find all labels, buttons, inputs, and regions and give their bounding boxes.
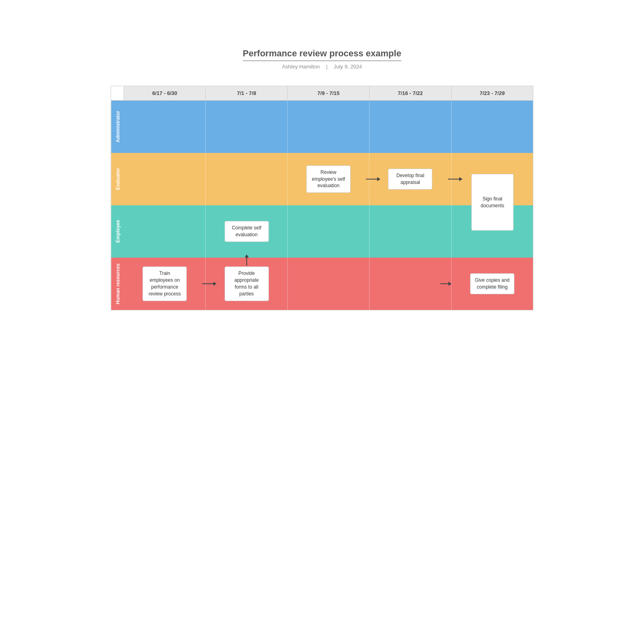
lane-label-evaluator: Evaluator xyxy=(111,153,124,205)
lane-label-employee: Employee xyxy=(111,205,124,258)
task-provide-forms: Provide appropriate forms to all parties xyxy=(225,266,269,301)
lane-cell-emp-1: Complete self evaluation xyxy=(206,205,287,258)
lane-label-hr: Human resources xyxy=(111,258,124,310)
lane-row-administrator: Administrator xyxy=(111,101,533,153)
col-header-0: 6/17 - 6/30 xyxy=(124,86,206,101)
lane-cell-hr-3 xyxy=(369,258,451,310)
swimlane-diagram: 6/17 - 6/30 7/1 - 7/8 7/9 - 7/15 7/16 - … xyxy=(111,86,533,310)
lane-cell-emp-3 xyxy=(369,205,451,258)
header-row: 6/17 - 6/30 7/1 - 7/8 7/9 - 7/15 7/16 - … xyxy=(111,86,533,101)
task-sign-documents: Sign final documents xyxy=(471,174,514,231)
corner-cell xyxy=(111,86,124,101)
lane-cell-eval-0 xyxy=(124,153,206,205)
col-header-3: 7/16 - 7/22 xyxy=(369,86,451,101)
col-header-4: 7/23 - 7/29 xyxy=(452,86,533,101)
task-complete-self-eval: Complete self evaluation xyxy=(225,221,269,242)
author: Ashley Hamilton xyxy=(282,64,320,70)
task-review-self-eval: Review employee's self evaluation xyxy=(306,165,351,193)
lane-cell-eval-3: Develop final appraisal xyxy=(369,153,451,205)
lane-row-employee: Employee Complete self evaluation xyxy=(111,205,533,258)
lane-label-administrator: Administrator xyxy=(111,101,124,153)
lane-row-human-resources: Human resources Train employees on perfo… xyxy=(111,258,533,310)
lane-cell-admin-4 xyxy=(452,101,533,153)
lane-cell-admin-2 xyxy=(288,101,369,153)
page-container: Performance review process example Ashle… xyxy=(111,48,533,310)
col-header-1: 7/1 - 7/8 xyxy=(206,86,287,101)
lane-cell-eval-1 xyxy=(206,153,287,205)
diagram-title: Performance review process example xyxy=(243,48,401,61)
task-train-employees: Train employees on performance review pr… xyxy=(142,266,187,301)
lane-cell-eval-2: Review employee's self evaluation xyxy=(288,153,369,205)
subtitle: Ashley Hamilton | July 9, 2024 xyxy=(111,64,533,70)
lane-cell-emp-0 xyxy=(124,205,206,258)
lane-cell-hr-4: Give copies and complete filing xyxy=(452,258,533,310)
task-develop-appraisal: Develop final appraisal xyxy=(388,169,432,190)
lane-cell-hr-0: Train employees on performance review pr… xyxy=(124,258,206,310)
task-give-copies: Give copies and complete filing xyxy=(470,273,514,294)
lane-cell-hr-2 xyxy=(288,258,369,310)
lane-row-evaluator: Evaluator Review employee's self evaluat… xyxy=(111,153,533,205)
date: July 9, 2024 xyxy=(334,64,362,70)
lane-cell-admin-3 xyxy=(369,101,451,153)
lane-cell-admin-1 xyxy=(206,101,287,153)
lane-cell-emp-2 xyxy=(288,205,369,258)
col-header-2: 7/9 - 7/15 xyxy=(288,86,369,101)
separator: | xyxy=(326,64,327,70)
lane-cell-admin-0 xyxy=(124,101,206,153)
title-section: Performance review process example Ashle… xyxy=(111,48,533,70)
